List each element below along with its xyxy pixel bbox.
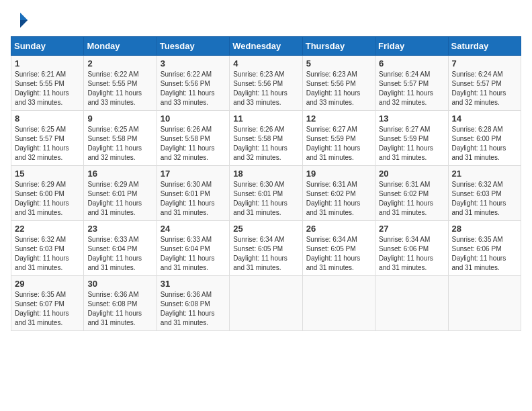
day-info: Sunrise: 6:31 AM Sunset: 6:02 PM Dayligh… xyxy=(306,180,371,218)
day-number: 26 xyxy=(306,224,371,234)
calendar-day-cell: 30Sunrise: 6:36 AM Sunset: 6:08 PM Dayli… xyxy=(84,276,157,331)
day-info: Sunrise: 6:29 AM Sunset: 6:00 PM Dayligh… xyxy=(15,180,80,218)
day-info: Sunrise: 6:21 AM Sunset: 5:55 PM Dayligh… xyxy=(15,70,80,107)
calendar-day-cell: 10Sunrise: 6:26 AM Sunset: 5:58 PM Dayli… xyxy=(157,111,229,166)
day-number: 11 xyxy=(233,113,298,124)
day-number: 18 xyxy=(233,169,298,179)
calendar-day-cell xyxy=(302,276,375,331)
calendar-day-cell: 25Sunrise: 6:34 AM Sunset: 6:05 PM Dayli… xyxy=(230,221,302,276)
calendar-day-cell: 12Sunrise: 6:27 AM Sunset: 5:59 PM Dayli… xyxy=(302,111,375,166)
day-info: Sunrise: 6:36 AM Sunset: 6:08 PM Dayligh… xyxy=(161,290,226,328)
day-number: 21 xyxy=(452,169,517,179)
day-number: 9 xyxy=(87,113,152,124)
page-header xyxy=(11,11,521,30)
day-number: 4 xyxy=(233,58,298,68)
day-info: Sunrise: 6:23 AM Sunset: 5:56 PM Dayligh… xyxy=(233,70,298,107)
day-of-week-header: Sunday xyxy=(11,37,84,56)
calendar-day-cell: 24Sunrise: 6:33 AM Sunset: 6:04 PM Dayli… xyxy=(157,221,229,276)
day-info: Sunrise: 6:24 AM Sunset: 5:57 PM Dayligh… xyxy=(379,70,444,107)
day-number: 31 xyxy=(161,279,226,289)
day-info: Sunrise: 6:34 AM Sunset: 6:06 PM Dayligh… xyxy=(379,235,444,273)
calendar-day-cell: 2Sunrise: 6:22 AM Sunset: 5:55 PM Daylig… xyxy=(84,56,157,111)
day-of-week-header: Tuesday xyxy=(157,37,229,56)
day-info: Sunrise: 6:26 AM Sunset: 5:58 PM Dayligh… xyxy=(233,125,298,163)
day-number: 20 xyxy=(379,169,444,179)
calendar-day-cell: 16Sunrise: 6:29 AM Sunset: 6:01 PM Dayli… xyxy=(84,166,157,221)
day-info: Sunrise: 6:25 AM Sunset: 5:58 PM Dayligh… xyxy=(87,125,152,163)
calendar-day-cell: 26Sunrise: 6:34 AM Sunset: 6:05 PM Dayli… xyxy=(302,221,375,276)
day-number: 6 xyxy=(379,58,444,68)
calendar-day-cell: 18Sunrise: 6:30 AM Sunset: 6:01 PM Dayli… xyxy=(230,166,302,221)
day-number: 19 xyxy=(306,169,371,179)
day-number: 15 xyxy=(15,169,80,179)
day-number: 5 xyxy=(306,58,371,68)
calendar-day-cell: 31Sunrise: 6:36 AM Sunset: 6:08 PM Dayli… xyxy=(157,276,229,331)
calendar-day-cell: 17Sunrise: 6:30 AM Sunset: 6:01 PM Dayli… xyxy=(157,166,229,221)
day-info: Sunrise: 6:30 AM Sunset: 6:01 PM Dayligh… xyxy=(161,180,226,218)
day-of-week-header: Thursday xyxy=(302,37,375,56)
day-info: Sunrise: 6:29 AM Sunset: 6:01 PM Dayligh… xyxy=(87,180,152,218)
day-info: Sunrise: 6:24 AM Sunset: 5:57 PM Dayligh… xyxy=(452,70,517,107)
calendar-day-cell: 23Sunrise: 6:33 AM Sunset: 6:04 PM Dayli… xyxy=(84,221,157,276)
day-number: 14 xyxy=(452,113,517,124)
logo xyxy=(11,11,34,30)
calendar-week-row: 15Sunrise: 6:29 AM Sunset: 6:00 PM Dayli… xyxy=(11,166,521,221)
calendar-day-cell: 5Sunrise: 6:23 AM Sunset: 5:56 PM Daylig… xyxy=(302,56,375,111)
calendar-day-cell: 19Sunrise: 6:31 AM Sunset: 6:02 PM Dayli… xyxy=(302,166,375,221)
day-info: Sunrise: 6:28 AM Sunset: 6:00 PM Dayligh… xyxy=(452,125,517,163)
day-number: 23 xyxy=(87,224,152,234)
day-number: 17 xyxy=(161,169,226,179)
calendar-day-cell: 22Sunrise: 6:32 AM Sunset: 6:03 PM Dayli… xyxy=(11,221,84,276)
calendar-week-row: 22Sunrise: 6:32 AM Sunset: 6:03 PM Dayli… xyxy=(11,221,521,276)
day-number: 22 xyxy=(15,224,80,234)
day-info: Sunrise: 6:36 AM Sunset: 6:08 PM Dayligh… xyxy=(87,290,152,328)
calendar-header-row: SundayMondayTuesdayWednesdayThursdayFrid… xyxy=(11,37,521,56)
calendar-day-cell: 4Sunrise: 6:23 AM Sunset: 5:56 PM Daylig… xyxy=(230,56,302,111)
day-number: 2 xyxy=(87,58,152,68)
day-info: Sunrise: 6:35 AM Sunset: 6:06 PM Dayligh… xyxy=(452,235,517,273)
day-info: Sunrise: 6:30 AM Sunset: 6:01 PM Dayligh… xyxy=(233,180,298,218)
calendar-day-cell: 21Sunrise: 6:32 AM Sunset: 6:03 PM Dayli… xyxy=(448,166,521,221)
svg-marker-0 xyxy=(20,13,28,20)
day-number: 1 xyxy=(15,58,80,68)
day-number: 7 xyxy=(452,58,517,68)
day-info: Sunrise: 6:34 AM Sunset: 6:05 PM Dayligh… xyxy=(306,235,371,273)
day-of-week-header: Saturday xyxy=(448,37,521,56)
day-info: Sunrise: 6:22 AM Sunset: 5:56 PM Dayligh… xyxy=(161,70,226,107)
day-number: 10 xyxy=(161,113,226,124)
day-info: Sunrise: 6:27 AM Sunset: 5:59 PM Dayligh… xyxy=(306,125,371,163)
calendar-table: SundayMondayTuesdayWednesdayThursdayFrid… xyxy=(11,36,521,331)
calendar-day-cell: 13Sunrise: 6:27 AM Sunset: 5:59 PM Dayli… xyxy=(375,111,448,166)
day-number: 12 xyxy=(306,113,371,124)
calendar-day-cell: 8Sunrise: 6:25 AM Sunset: 5:57 PM Daylig… xyxy=(11,111,84,166)
calendar-week-row: 29Sunrise: 6:35 AM Sunset: 6:07 PM Dayli… xyxy=(11,276,521,331)
day-info: Sunrise: 6:33 AM Sunset: 6:04 PM Dayligh… xyxy=(161,235,226,273)
day-info: Sunrise: 6:26 AM Sunset: 5:58 PM Dayligh… xyxy=(161,125,226,163)
day-number: 24 xyxy=(161,224,226,234)
calendar-day-cell: 15Sunrise: 6:29 AM Sunset: 6:00 PM Dayli… xyxy=(11,166,84,221)
calendar-day-cell: 29Sunrise: 6:35 AM Sunset: 6:07 PM Dayli… xyxy=(11,276,84,331)
day-number: 27 xyxy=(379,224,444,234)
day-info: Sunrise: 6:34 AM Sunset: 6:05 PM Dayligh… xyxy=(233,235,298,273)
day-info: Sunrise: 6:22 AM Sunset: 5:55 PM Dayligh… xyxy=(87,70,152,107)
logo-icon xyxy=(11,11,30,30)
calendar-day-cell xyxy=(375,276,448,331)
calendar-day-cell: 28Sunrise: 6:35 AM Sunset: 6:06 PM Dayli… xyxy=(448,221,521,276)
day-of-week-header: Wednesday xyxy=(230,37,302,56)
calendar-day-cell: 6Sunrise: 6:24 AM Sunset: 5:57 PM Daylig… xyxy=(375,56,448,111)
calendar-day-cell: 14Sunrise: 6:28 AM Sunset: 6:00 PM Dayli… xyxy=(448,111,521,166)
day-info: Sunrise: 6:35 AM Sunset: 6:07 PM Dayligh… xyxy=(15,290,80,328)
day-number: 3 xyxy=(161,58,226,68)
day-number: 29 xyxy=(15,279,80,289)
calendar-day-cell: 27Sunrise: 6:34 AM Sunset: 6:06 PM Dayli… xyxy=(375,221,448,276)
calendar-week-row: 1Sunrise: 6:21 AM Sunset: 5:55 PM Daylig… xyxy=(11,56,521,111)
day-number: 28 xyxy=(452,224,517,234)
calendar-day-cell xyxy=(448,276,521,331)
day-info: Sunrise: 6:33 AM Sunset: 6:04 PM Dayligh… xyxy=(87,235,152,273)
svg-marker-1 xyxy=(20,20,28,28)
calendar-week-row: 8Sunrise: 6:25 AM Sunset: 5:57 PM Daylig… xyxy=(11,111,521,166)
day-of-week-header: Monday xyxy=(84,37,157,56)
calendar-day-cell xyxy=(230,276,302,331)
calendar-day-cell: 1Sunrise: 6:21 AM Sunset: 5:55 PM Daylig… xyxy=(11,56,84,111)
day-info: Sunrise: 6:23 AM Sunset: 5:56 PM Dayligh… xyxy=(306,70,371,107)
